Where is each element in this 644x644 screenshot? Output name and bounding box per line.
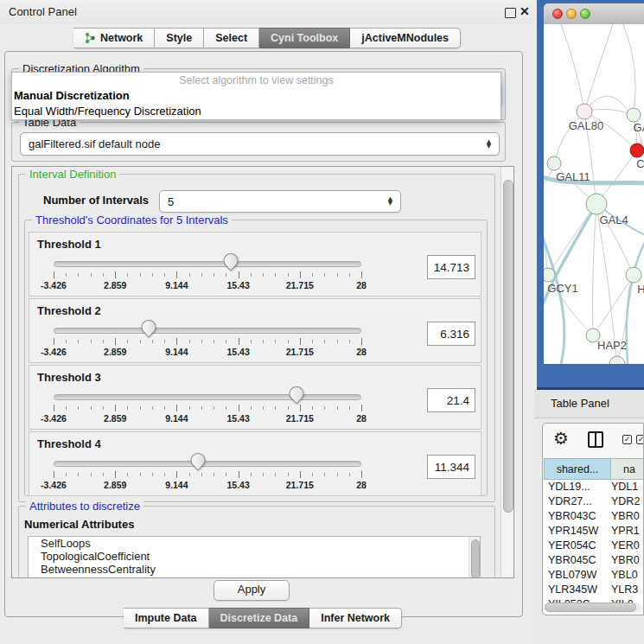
list-scrollbar[interactable] bbox=[469, 537, 480, 578]
slider-tick-labels: -3.4262.8599.14415.4321.71528 bbox=[54, 480, 361, 490]
dropdown-prompt[interactable]: Select algorithm to view settings bbox=[12, 73, 501, 88]
slider-track[interactable] bbox=[54, 261, 361, 267]
tab-segment[interactable]: Impute Data bbox=[124, 608, 209, 628]
network-node[interactable] bbox=[626, 267, 641, 283]
dropdown-option[interactable]: Manual Discretization bbox=[12, 88, 501, 104]
tab-segment[interactable]: Network bbox=[73, 28, 155, 48]
gear-icon[interactable]: ⚙ bbox=[553, 428, 569, 449]
checkbox-icon[interactable]: ✓ bbox=[622, 435, 632, 444]
minimize-traffic-light-icon[interactable] bbox=[566, 9, 577, 19]
cell-name: YDR2 bbox=[611, 494, 644, 509]
tick-mark bbox=[288, 273, 289, 277]
network-node[interactable] bbox=[577, 104, 592, 119]
table-data-combo[interactable]: galFiltered.sif default node ▲▼ bbox=[20, 132, 500, 156]
tick-mark bbox=[337, 406, 338, 410]
slider-track[interactable] bbox=[54, 461, 361, 467]
tab-segment[interactable]: Select bbox=[204, 28, 259, 48]
dropdown-option[interactable]: Equal Width/Frequency Discretization bbox=[12, 104, 501, 119]
slider-thumb[interactable] bbox=[138, 316, 159, 337]
table-panel-title: Table Panel bbox=[551, 397, 609, 410]
tab-segment[interactable]: jActiveMNodules bbox=[350, 28, 461, 48]
tick-mark bbox=[263, 273, 264, 277]
close-icon[interactable]: ✕ bbox=[520, 4, 530, 18]
split-columns-icon[interactable] bbox=[588, 431, 603, 448]
zoom-traffic-light-icon[interactable] bbox=[580, 9, 590, 19]
tab-segment[interactable]: Discretize Data bbox=[209, 608, 310, 628]
table-row[interactable]: YDR27... YDR2 bbox=[544, 494, 644, 509]
tick-mark bbox=[164, 406, 165, 410]
network-node[interactable] bbox=[547, 156, 561, 170]
threshold-value-field[interactable]: 21.4 bbox=[427, 388, 475, 412]
threshold-slider[interactable]: -3.4262.8599.14415.4321.71528 bbox=[54, 299, 361, 362]
column-header-shared-name[interactable]: shared... bbox=[544, 458, 611, 480]
network-canvas[interactable]: GAL80GACGAL11GAL4GCY1HHAP2 bbox=[544, 24, 644, 364]
scrollbar-thumb[interactable] bbox=[471, 539, 480, 578]
table-row[interactable]: YBL079W YBL0 bbox=[544, 568, 644, 583]
tab-segment[interactable]: Style bbox=[155, 28, 204, 48]
tick-mark bbox=[115, 471, 116, 478]
slider-track[interactable] bbox=[54, 328, 361, 334]
table-row[interactable]: YBR043C YBR0 bbox=[544, 509, 644, 524]
table-row[interactable]: YLR345W YLR3 bbox=[544, 583, 644, 597]
panel-scrollbar[interactable] bbox=[501, 167, 513, 577]
tick-mark bbox=[312, 406, 313, 410]
tab-label: Select bbox=[215, 32, 247, 44]
tick-label: 9.144 bbox=[165, 480, 188, 490]
attribute-list-item[interactable]: TopologicalCoefficient bbox=[29, 550, 480, 563]
network-node[interactable] bbox=[630, 143, 644, 157]
threshold-slider[interactable]: -3.4262.8599.14415.4321.71528 bbox=[54, 366, 361, 429]
checkbox-icon[interactable]: ✓ bbox=[636, 435, 644, 444]
tab-segment[interactable]: Infer Network bbox=[309, 608, 402, 628]
number-of-intervals-combo[interactable]: 5 ▲▼ bbox=[159, 190, 401, 213]
slider-thumb[interactable] bbox=[286, 383, 307, 404]
network-node[interactable] bbox=[586, 194, 607, 214]
cell-shared-name: YPR145W bbox=[544, 524, 611, 539]
tab-label: Impute Data bbox=[135, 612, 197, 624]
close-traffic-light-icon[interactable] bbox=[552, 9, 563, 19]
tick-mark bbox=[337, 340, 338, 343]
tick-mark bbox=[349, 273, 350, 277]
tab-segment[interactable]: Cyni Toolbox bbox=[259, 28, 350, 48]
slider-thumb[interactable] bbox=[188, 450, 208, 470]
slider-track[interactable] bbox=[54, 394, 361, 400]
attribute-list-item[interactable]: SelfLoops bbox=[29, 537, 480, 550]
tick-mark bbox=[324, 273, 325, 277]
scrollbar-thumb[interactable] bbox=[545, 603, 636, 612]
network-node[interactable] bbox=[627, 108, 641, 122]
table-row[interactable]: YDL19... YDL1 bbox=[544, 480, 644, 494]
table-row[interactable]: YER054C YER0 bbox=[544, 539, 644, 553]
tab-label: Cyni Toolbox bbox=[271, 32, 338, 44]
table-data-value: galFiltered.sif default node bbox=[21, 137, 482, 150]
threshold-value-field[interactable]: 6.316 bbox=[427, 322, 475, 346]
tick-mark bbox=[288, 473, 289, 476]
tick-mark bbox=[226, 473, 226, 476]
cell-name: YLR3 bbox=[611, 583, 644, 597]
thresholds-group: Threshold's Coordinates for 5 Intervals … bbox=[24, 220, 488, 496]
network-window-titlebar[interactable] bbox=[544, 3, 644, 25]
threshold-value-field[interactable]: 14.713 bbox=[427, 255, 475, 279]
horizontal-scrollbar[interactable] bbox=[545, 603, 641, 612]
table-row[interactable]: YBR045C YBR0 bbox=[544, 553, 644, 568]
slider-thumb[interactable] bbox=[220, 250, 241, 271]
group-label: Threshold's Coordinates for 5 Intervals bbox=[32, 214, 232, 226]
threshold-slider[interactable]: -3.4262.8599.14415.4321.71528 bbox=[54, 432, 361, 495]
table-row[interactable]: YPR145W YPR1 bbox=[544, 524, 644, 539]
tick-mark bbox=[263, 406, 264, 410]
column-header-name[interactable]: na bbox=[611, 458, 644, 480]
tick-mark bbox=[66, 273, 67, 277]
attribute-list-item[interactable]: BetweennessCentrality bbox=[29, 563, 480, 576]
tick-mark bbox=[214, 273, 214, 277]
tab-label: Style bbox=[166, 32, 192, 44]
float-window-icon[interactable] bbox=[505, 8, 516, 18]
network-node[interactable] bbox=[609, 356, 625, 364]
tick-mark bbox=[337, 473, 338, 476]
network-node[interactable] bbox=[544, 268, 555, 282]
apply-button[interactable]: Apply bbox=[214, 580, 290, 601]
tick-mark bbox=[263, 473, 264, 476]
threshold-slider[interactable]: -3.4262.8599.14415.4321.71528 bbox=[54, 233, 361, 296]
scrollbar-thumb[interactable] bbox=[503, 180, 513, 513]
network-node-label: GAL4 bbox=[599, 214, 628, 226]
tick-mark bbox=[239, 271, 239, 278]
panel-title: Control Panel bbox=[9, 5, 77, 18]
threshold-value-field[interactable]: 11.344 bbox=[427, 455, 475, 479]
